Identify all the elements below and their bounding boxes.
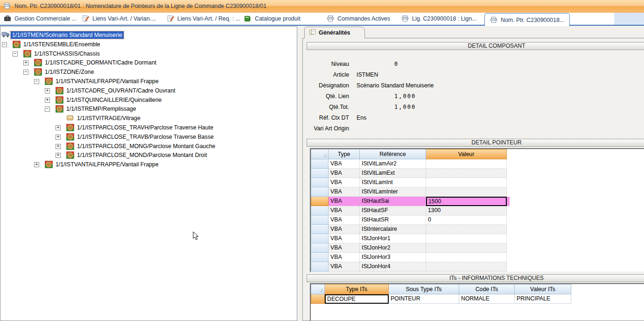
cell-reference[interactable]: IStHautSF [360,206,426,215]
column-header-reference[interactable]: Référence [360,149,426,159]
tree-item-label[interactable]: 1/1/ISTVANTAILFRAPPE/Vantail Frappe [54,161,160,168]
tree-item-istvantailfrappe[interactable]: −1/1/ISTVANTAILFRAPPE/Vantail Frappe [0,77,297,86]
tree-item-label[interactable]: 1/1/ISTVANTAILFRAPPE/Vantail Frappe [54,78,160,85]
row-selector[interactable] [311,187,329,197]
expand-plus-icon[interactable]: + [56,135,61,140]
cell-reference[interactable]: IStVitLamExt [360,169,426,178]
tree-item-istchassis[interactable]: −1/1/ISTCHASSIS/Chassis [0,50,297,59]
cell-code-its[interactable]: NORMALE [459,294,515,304]
row-selector[interactable] [311,225,329,234]
tab-liens-vari-art-req[interactable]: Liens Vari-Art. / Req. : ... [167,13,240,25]
cell-reference[interactable]: IStVitLamInt [360,178,426,187]
tree-item-istvantailfrappe[interactable]: +1/1/ISTVANTAILFRAPPE/Vantail Frappe [0,160,297,170]
tree-item-label[interactable]: 1/1/ISTMEN/Scénario Standard Menuiserie [11,31,124,39]
expand-plus-icon[interactable]: + [23,60,28,65]
cell-type[interactable]: VBA [329,215,360,225]
collapse-minus-icon[interactable]: − [23,70,28,75]
tree-item-label[interactable]: 1/1/ISTPARCLOSE_TRAVH/Parclose Traverse … [76,124,215,131]
row-selector[interactable] [311,234,329,243]
cell-valeur[interactable] [426,187,507,197]
row-selector[interactable] [311,197,329,206]
cell-reference[interactable]: IStJonHor2 [360,243,426,253]
row-selector[interactable] [311,253,329,262]
tab-catalogue-produit[interactable]: Catalogue produit [244,13,301,25]
row-selector[interactable] [311,262,329,271]
cell-reference[interactable]: IStJonHor4 [360,262,426,271]
collapse-minus-icon[interactable]: − [2,42,7,47]
tab-gestion-commerciale[interactable]: Gestion Commerciale ... [4,13,77,25]
tree-item-istvitrage[interactable]: 1/1/ISTVITRAGE/Vitrage [0,114,297,123]
cell-type[interactable]: VBA [329,234,360,243]
cell-reference[interactable]: IStHautSR [360,215,426,225]
column-header-code-its[interactable]: Code ITs [459,284,515,294]
cell-type[interactable]: VBA [329,253,360,262]
tree-item-label[interactable]: 1/1/ISTPARCLOSE_MONG/Parclose Montant Ga… [76,143,217,150]
collapse-minus-icon[interactable]: − [34,79,39,84]
pointer-row-istvitlamext[interactable]: VBAIStVitLamExt [311,169,644,178]
cell-valeur[interactable] [426,225,507,234]
tree-item-label[interactable]: 1/1/ISTZONE/Zone [43,68,95,76]
cell-valeur-editing[interactable]: 1500 [426,197,507,206]
tree-item-label[interactable]: 1/1/ISTQUINCAILLERIE/Quincaillerie [65,96,163,104]
row-selector[interactable] [311,215,329,225]
cell-valeur[interactable] [426,234,507,243]
collapse-minus-icon[interactable]: − [45,107,50,112]
column-header-type[interactable]: Type [329,149,360,159]
pointer-row-isthautsai[interactable]: VBAIStHautSai1500 [311,197,644,206]
expand-plus-icon[interactable]: + [56,153,61,158]
tree-item-label[interactable]: 1/1/ISTCHASSIS/Chassis [33,50,101,57]
column-header-valeur-its[interactable]: Valeur ITs [515,284,571,294]
cell-type-its-editing[interactable]: DECOUPE [325,294,389,304]
tree-item-istremp[interactable]: −1/1/ISTREMP/Remplissage [0,105,297,114]
tree-item-istparclose-mong[interactable]: +1/1/ISTPARCLOSE_MONG/Parclose Montant G… [0,142,297,151]
cell-type[interactable]: VBA [329,197,360,206]
cell-type[interactable]: VBA [329,262,360,271]
pointer-row-istintercalaire[interactable]: VBAIStIntercalaire [311,225,644,234]
cell-type[interactable]: VBA [329,225,360,234]
cell-valeur[interactable] [426,159,507,169]
cell-valeur[interactable] [426,178,507,187]
pointer-row-istjonhor3[interactable]: VBAIStJonHor3 [311,253,644,262]
row-selector[interactable] [311,169,329,178]
cell-type[interactable]: VBA [329,243,360,253]
pointer-row-istjonhor2[interactable]: VBAIStJonHor2 [311,243,644,253]
cell-type[interactable]: VBA [329,169,360,178]
expand-plus-icon[interactable]: + [45,98,50,103]
cell-valeur[interactable] [426,243,507,253]
tree-item-istzone[interactable]: −1/1/ISTZONE/Zone [0,68,297,77]
tree-item-istmen[interactable]: 1/1/ISTMEN/Scénario Standard Menuiserie [0,31,297,40]
cell-type[interactable]: VBA [329,178,360,187]
expand-plus-icon[interactable]: + [34,162,39,167]
tree-item-istcadre-ouvrant[interactable]: +1/1/ISTCADRE_OUVRANT/Cadre Ouvrant [0,86,297,96]
tree-item-label[interactable]: 1/1/ISTENSEMBLE/Ensemble [22,41,102,48]
row-selector[interactable] [311,243,329,253]
column-header-valeur[interactable]: Valeur [426,149,507,159]
cell-type[interactable]: VBA [329,206,360,215]
cell-valeur[interactable] [426,253,507,262]
pointer-row-istvitlamint[interactable]: VBAIStVitLamInt [311,178,644,187]
pointer-row-isthautsr[interactable]: VBAIStHautSR0 [311,215,644,225]
column-header-sous-type-its[interactable]: Sous Type ITs [389,284,459,294]
tree-item-label[interactable]: 1/1/ISTPARCLOSE_TRAVB/Parclose Traverse … [76,133,215,141]
cell-reference[interactable]: IStJonHor3 [360,253,426,262]
cell-reference[interactable]: IStIntercalaire [360,225,426,234]
cell-valeur[interactable] [426,262,507,271]
cell-reference[interactable]: IStHautSai [360,197,426,206]
collapse-minus-icon[interactable]: − [13,51,18,57]
tree-item-label[interactable]: 1/1/ISTVITRAGE/Vitrage [76,114,142,122]
tree-item-istquincaillerie[interactable]: +1/1/ISTQUINCAILLERIE/Quincaillerie [0,96,297,105]
cell-type[interactable]: VBA [329,159,360,169]
tab-generalites[interactable]: Généralités [304,27,365,38]
cell-reference[interactable]: IStJonHor1 [360,234,426,243]
cell-type[interactable]: VBA [329,187,360,197]
row-selector[interactable] [311,206,329,215]
tree-item-label[interactable]: 1/1/ISTREMP/Remplissage [65,105,138,113]
tree-item-istparclose-travh[interactable]: +1/1/ISTPARCLOSE_TRAVH/Parclose Traverse… [0,123,297,133]
cell-reference[interactable]: IStVitLamAir2 [360,159,426,169]
row-selector[interactable] [311,294,325,304]
pointer-row-istvitlamair2[interactable]: VBAIStVitLamAir2 [311,159,644,169]
tab-nom-ptr-c230900018[interactable]: Nom. Ptr. C230900018... [484,13,570,26]
tree-item-istcadre-dormant[interactable]: +1/1/ISTCADRE_DORMANT/Cadre Dormant [0,58,297,68]
cell-valeur[interactable]: 0 [426,215,507,225]
expand-plus-icon[interactable]: + [45,88,50,93]
